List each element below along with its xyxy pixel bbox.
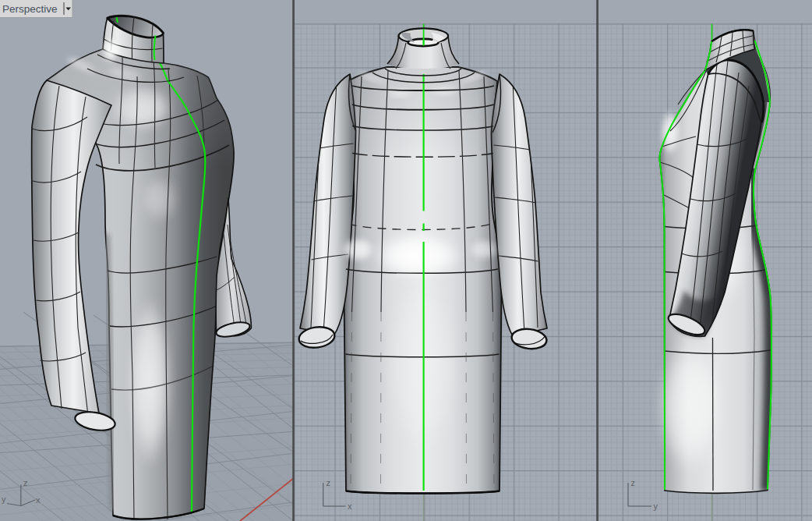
svg-text:Perspective: Perspective (2, 3, 58, 15)
svg-text:x: x (348, 502, 352, 511)
svg-text:x: x (36, 495, 41, 505)
svg-text:z: z (327, 478, 331, 487)
svg-text:y: y (654, 502, 658, 511)
svg-text:z: z (631, 478, 636, 487)
svg-text:y: y (2, 494, 6, 504)
svg-text:z: z (23, 478, 28, 487)
